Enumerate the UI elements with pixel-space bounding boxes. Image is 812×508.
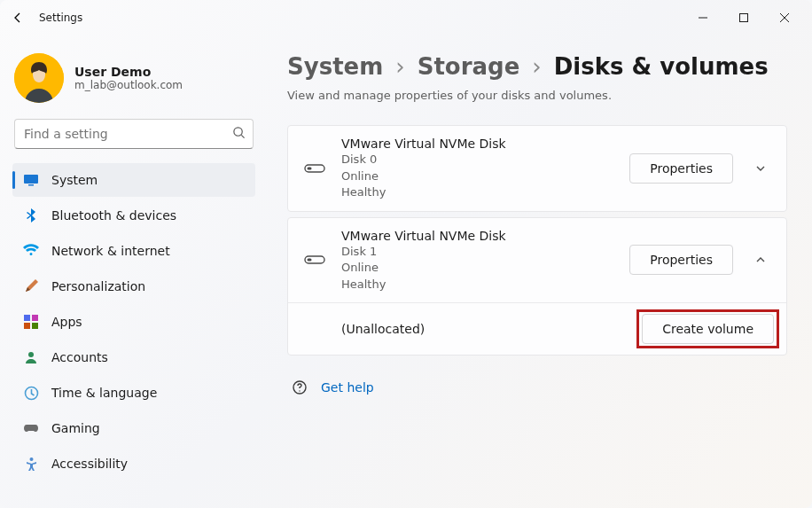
sidebar-item-label: System (51, 173, 98, 187)
sidebar-item-accounts[interactable]: Accounts (12, 340, 255, 374)
svg-rect-0 (740, 14, 748, 22)
chevron-down-icon[interactable] (747, 162, 774, 175)
sidebar-item-label: Accounts (51, 350, 108, 364)
disk-status: Online (341, 260, 615, 276)
disk-name: VMware Virtual NVMe Disk (341, 229, 615, 243)
globe-clock-icon (23, 385, 39, 401)
properties-button[interactable]: Properties (629, 153, 733, 184)
window-title: Settings (39, 12, 82, 24)
sidebar-item-network[interactable]: Network & internet (12, 234, 255, 268)
profile-email: m_lab@outlook.com (74, 79, 183, 91)
minimize-button[interactable] (683, 4, 723, 32)
arrow-left-icon (11, 11, 25, 25)
accessibility-icon (23, 456, 39, 472)
chevron-up-icon[interactable] (747, 254, 774, 266)
svg-rect-15 (308, 259, 312, 262)
minimize-icon (699, 13, 707, 22)
sidebar-item-label: Apps (51, 315, 82, 329)
svg-point-17 (299, 391, 300, 392)
main-content: System › Storage › Disks & volumes View … (266, 35, 812, 508)
close-icon (780, 13, 789, 22)
apps-icon (23, 314, 39, 330)
profile[interactable]: User Demo m_lab@outlook.com (12, 48, 255, 119)
sidebar-item-personalization[interactable]: Personalization (12, 270, 255, 303)
disk-card: VMware Virtual NVMe Disk Disk 0 Online H… (287, 125, 787, 212)
bluetooth-icon (23, 207, 39, 223)
gaming-icon (23, 420, 39, 436)
sidebar-item-apps[interactable]: Apps (12, 305, 255, 339)
page-subtitle: View and manage properties of your disks… (287, 89, 787, 102)
sidebar-item-label: Accessibility (51, 457, 128, 471)
volume-row: (Unallocated) Create volume (288, 302, 786, 355)
chevron-right-icon: › (395, 53, 404, 80)
person-icon (23, 349, 39, 365)
search-input[interactable] (24, 127, 232, 141)
svg-rect-13 (308, 167, 312, 169)
help-section: Get help (287, 379, 787, 396)
svg-rect-3 (24, 175, 38, 184)
sidebar-item-time-language[interactable]: Time & language (12, 376, 255, 410)
svg-rect-4 (28, 184, 34, 186)
profile-name: User Demo (74, 65, 183, 79)
sidebar-item-label: Bluetooth & devices (51, 208, 176, 223)
disk-icon (302, 254, 327, 266)
disk-name: VMware Virtual NVMe Disk (341, 137, 615, 151)
sidebar: User Demo m_lab@outlook.com System Bluet… (0, 35, 266, 508)
breadcrumb-current: Disks & volumes (554, 53, 769, 80)
sidebar-item-label: Time & language (51, 386, 157, 400)
settings-window: Settings (0, 0, 812, 508)
svg-rect-6 (32, 315, 38, 321)
svg-point-9 (28, 352, 34, 357)
disk-id: Disk 0 (341, 152, 615, 168)
sidebar-item-accessibility[interactable]: Accessibility (12, 447, 255, 481)
disk-row[interactable]: VMware Virtual NVMe Disk Disk 1 Online H… (288, 218, 786, 303)
disk-id: Disk 1 (341, 244, 615, 260)
titlebar: Settings (0, 0, 812, 35)
get-help-link[interactable]: Get help (321, 380, 374, 395)
search-box[interactable] (14, 119, 254, 149)
breadcrumb: System › Storage › Disks & volumes (287, 53, 787, 80)
sidebar-item-bluetooth[interactable]: Bluetooth & devices (12, 199, 255, 232)
chevron-right-icon: › (532, 53, 541, 80)
volume-label: (Unallocated) (341, 322, 628, 336)
back-button[interactable] (4, 4, 32, 32)
system-icon (23, 172, 39, 188)
properties-button[interactable]: Properties (629, 245, 733, 275)
svg-rect-8 (32, 323, 38, 329)
disk-icon (302, 162, 327, 175)
avatar (14, 53, 64, 103)
close-button[interactable] (764, 4, 805, 32)
svg-point-11 (29, 457, 33, 461)
sidebar-item-label: Network & internet (51, 244, 170, 258)
breadcrumb-item[interactable]: System (287, 53, 383, 80)
disk-health: Healthy (341, 184, 615, 200)
sidebar-item-label: Personalization (51, 279, 145, 293)
highlight-annotation: Create volume (642, 314, 774, 344)
sidebar-item-system[interactable]: System (12, 163, 255, 197)
create-volume-button[interactable]: Create volume (642, 314, 774, 344)
sidebar-item-gaming[interactable]: Gaming (12, 411, 255, 445)
disk-health: Healthy (341, 277, 615, 293)
brush-icon (23, 278, 39, 294)
sidebar-item-label: Gaming (51, 421, 100, 435)
svg-rect-5 (24, 315, 30, 321)
search-icon (232, 126, 246, 143)
help-icon (291, 379, 308, 396)
disk-list: VMware Virtual NVMe Disk Disk 0 Online H… (287, 125, 787, 356)
maximize-button[interactable] (723, 4, 764, 32)
disk-card: VMware Virtual NVMe Disk Disk 1 Online H… (287, 217, 787, 356)
svg-point-2 (234, 127, 242, 135)
nav: System Bluetooth & devices Network & int… (12, 163, 255, 481)
breadcrumb-item[interactable]: Storage (418, 53, 520, 80)
maximize-icon (739, 13, 748, 22)
wifi-icon (23, 243, 39, 259)
disk-status: Online (341, 168, 615, 184)
disk-row[interactable]: VMware Virtual NVMe Disk Disk 0 Online H… (288, 126, 786, 211)
svg-rect-7 (24, 323, 30, 329)
